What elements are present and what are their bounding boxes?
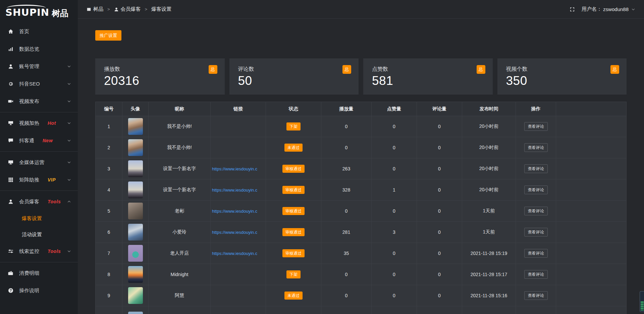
cell-status: 审核通过 (266, 179, 321, 201)
sidebar-item-11[interactable]: 消费明细 (0, 264, 78, 282)
chart-icon (8, 46, 14, 52)
cell-link-wrap: https://www.iesdouyin.c (211, 179, 266, 201)
total-badge: 总 (477, 65, 485, 74)
user-menu[interactable]: 用户名： zswodun88 (582, 6, 635, 12)
cell-likes: 0 (372, 116, 417, 137)
view-comments-button[interactable]: 查看评论 (524, 122, 548, 131)
status-badge[interactable]: 未通过 (284, 144, 303, 152)
avatar (128, 139, 143, 156)
brand-logo-text: SHUPIN (5, 8, 49, 17)
view-comments-button[interactable]: 查看评论 (524, 270, 548, 279)
view-comments-button[interactable]: 查看评论 (524, 228, 548, 237)
cell-plays: 0 (321, 285, 372, 306)
cell-comments: 0 (417, 158, 462, 179)
stat-card-3: 视频个数350总 (497, 58, 627, 95)
breadcrumb-item-1[interactable]: 会员爆客 (114, 6, 141, 12)
sidebar-item-1[interactable]: 数据总览 (0, 40, 78, 58)
cell-avatar (122, 285, 149, 306)
view-comments-button[interactable]: 查看评论 (524, 164, 548, 173)
video-link[interactable]: https://www.iesdouyin.c (212, 230, 264, 235)
cell-likes: 3 (372, 222, 417, 243)
fullscreen-icon[interactable] (570, 7, 575, 12)
cell-number: 1 (96, 116, 122, 137)
sidebar-item-label: 首页 (19, 29, 29, 35)
sidebar-subitem-1[interactable]: 活动设置 (0, 226, 78, 243)
cell-avatar (122, 222, 149, 243)
sidebar-item-0[interactable]: 首页 (0, 23, 78, 40)
app-layout: SHUPIN 树品 首页数据总览账号管理抖音SEO视频发布视频加热Hot抖客通N… (0, 0, 644, 314)
cell-plays: 0 (321, 116, 372, 137)
status-badge[interactable]: 审核通过 (282, 186, 305, 194)
cell-time: 2021-11-28 15:19 (462, 243, 516, 264)
sidebar-item-12[interactable]: 操作说明 (0, 282, 78, 299)
chevron-down-icon (631, 7, 635, 11)
sidebar-item-7[interactable]: 全媒体运营 (0, 154, 78, 171)
sidebar-divider (0, 151, 78, 152)
video-link[interactable]: https://www.iesdouyin.c (212, 209, 264, 214)
sidebar-item-5[interactable]: 视频加热Hot (0, 114, 78, 132)
chevron-down-icon (67, 121, 71, 125)
stat-card-0: 播放数20316总 (95, 58, 225, 95)
cell-action: 查看评论 (516, 179, 556, 201)
status-badge[interactable]: 审核通过 (282, 249, 305, 257)
avatar (128, 312, 143, 314)
cell-nickname: 设置一个新名字 (149, 158, 211, 179)
floating-downloader-widget[interactable] (640, 291, 644, 312)
chevron-down-icon (67, 160, 71, 164)
stat-card-label: 视频个数 (506, 66, 618, 73)
cell-likes: 0 (372, 264, 417, 285)
cell-filler (556, 306, 627, 314)
sidebar-item-6[interactable]: 抖客通New (0, 132, 78, 149)
avatar (128, 266, 143, 283)
cell-action: 查看评论 (516, 222, 556, 243)
view-comments-button[interactable]: 查看评论 (524, 186, 548, 194)
sidebar-item-10[interactable]: 线索监控Tools (0, 243, 78, 260)
cell-filler (556, 179, 627, 201)
cell-number: 3 (96, 158, 122, 179)
cell-link-wrap (211, 285, 266, 306)
cell-link-wrap: https://www.iesdouyin.c (211, 158, 266, 179)
breadcrumb-item-0[interactable]: 树品 (87, 6, 103, 12)
chevron-down-icon (67, 99, 71, 103)
cell-plays: 0 (321, 137, 372, 158)
status-badge[interactable]: 审核通过 (282, 165, 305, 173)
breadcrumb-separator: > (107, 7, 110, 12)
status-badge[interactable]: 未通过 (284, 292, 303, 300)
sidebar-item-3[interactable]: 抖音SEO (0, 75, 78, 93)
sidebar-item-label: 视频加热 (19, 120, 39, 126)
sidebar-item-4[interactable]: 视频发布 (0, 93, 78, 110)
chevron-down-icon (67, 249, 71, 253)
breadcrumb-separator: > (145, 7, 148, 12)
cell-likes: 0 (372, 285, 417, 306)
status-badge[interactable]: 下架 (286, 122, 301, 130)
video-link[interactable]: https://www.iesdouyin.c (212, 251, 264, 256)
video-link[interactable]: https://www.iesdouyin.c (212, 166, 264, 171)
table-header-row: 编号头像昵称链接状态播放量点赞量评论量发布时间操作 (96, 102, 627, 116)
view-comments-button[interactable]: 查看评论 (524, 291, 548, 300)
content: 推广设置 播放数20316总评论数50总点赞数581总视频个数350总 编号头像… (78, 19, 644, 314)
sidebar-item-badge: VIP (48, 177, 56, 182)
status-badge[interactable]: 审核通过 (282, 207, 305, 215)
cell-number (96, 306, 122, 314)
cell-filler (556, 243, 627, 264)
cell-time: 2021-11-28 15:16 (462, 285, 516, 306)
view-comments-button[interactable]: 查看评论 (524, 143, 548, 152)
video-link[interactable]: https://www.iesdouyin.c (212, 188, 264, 193)
cell-status: 未通过 (266, 285, 321, 306)
stats-row: 播放数20316总评论数50总点赞数581总视频个数350总 (95, 58, 627, 95)
grid-icon (8, 177, 14, 182)
promo-settings-button[interactable]: 推广设置 (95, 30, 121, 41)
column-header-8: 发布时间 (462, 102, 516, 116)
view-comments-button[interactable]: 查看评论 (524, 207, 548, 215)
status-badge[interactable]: 审核通过 (282, 228, 305, 236)
sidebar-subitem-0[interactable]: 爆客设置 (0, 210, 78, 226)
sidebar-item-8[interactable]: 矩阵助推VIP (0, 171, 78, 189)
cell-time: 20小时前 (462, 116, 516, 137)
status-badge[interactable]: 下架 (286, 270, 301, 278)
breadcrumb-item-2[interactable]: 爆客设置 (151, 6, 171, 12)
view-comments-button[interactable]: 查看评论 (524, 249, 548, 258)
cell-avatar (122, 179, 149, 201)
sidebar-item-2[interactable]: 账号管理 (0, 58, 78, 75)
sidebar-item-9[interactable]: 会员爆客Tools (0, 193, 78, 210)
brand-logo[interactable]: SHUPIN 树品 (0, 0, 78, 19)
